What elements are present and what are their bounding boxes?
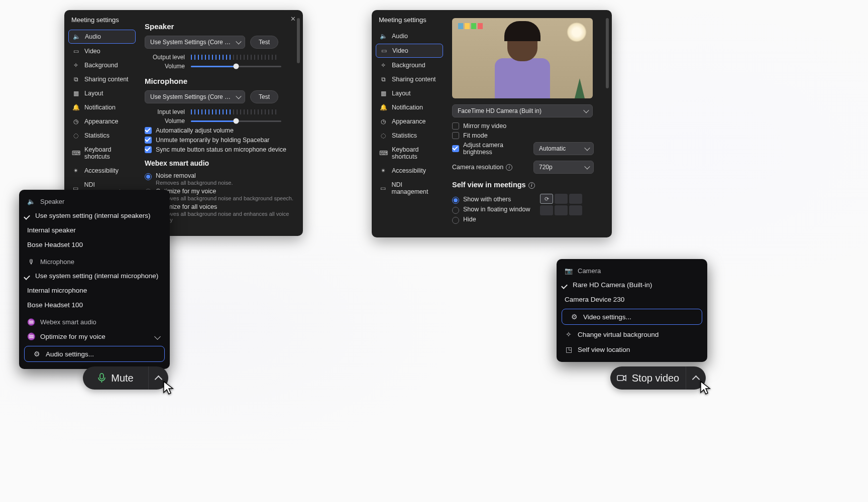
- layout-icon: ▦: [380, 90, 387, 97]
- gear-icon: ⚙: [570, 313, 578, 321]
- adjust-brightness-checkbox[interactable]: Adjust camera brightness: [452, 142, 528, 156]
- microphone-icon: 🎙: [27, 258, 35, 266]
- self-view-position-grid[interactable]: ⟳: [540, 194, 582, 215]
- brightness-mode-dropdown[interactable]: Automatic: [533, 142, 594, 155]
- mute-button[interactable]: Mute: [83, 366, 168, 390]
- camera-device-dropdown[interactable]: FaceTime HD Camera (Built in): [452, 104, 593, 117]
- speaker-option-internal[interactable]: Internal speaker: [19, 223, 170, 237]
- input-level-label: Input level: [145, 108, 185, 115]
- microphone-icon: [97, 373, 106, 383]
- sidebar-item-statistics[interactable]: ◌Statistics: [376, 129, 443, 142]
- voice-icon: ♒: [27, 332, 35, 340]
- video-settings-link[interactable]: ⚙Video settings...: [562, 309, 702, 325]
- stats-icon: ◌: [72, 132, 79, 139]
- microphone-heading: Microphone: [145, 77, 294, 85]
- pip-icon: ◳: [565, 345, 573, 353]
- sidebar-item-layout[interactable]: ▦Layout: [68, 87, 136, 100]
- unmute-spacebar-checkbox[interactable]: Unmute temporarily by holding Spacebar: [145, 137, 294, 144]
- smart-audio-icon: ♒: [27, 318, 35, 326]
- noise-removal-radio[interactable]: Noise removalRemoves all background nois…: [145, 172, 294, 186]
- sidebar-item-video[interactable]: ▭Video: [376, 44, 443, 58]
- sidebar-item-sharing[interactable]: ⧉Sharing content: [68, 73, 136, 86]
- sidebar-item-sharing[interactable]: ⧉Sharing content: [376, 73, 443, 86]
- sidebar-item-ndi[interactable]: ▭NDI management: [376, 178, 443, 198]
- camera-option-hd[interactable]: Rare HD Camera (Built-in): [557, 278, 707, 292]
- scrollbar[interactable]: [297, 18, 300, 228]
- accessibility-icon: ✴: [72, 167, 79, 174]
- test-mic-button[interactable]: Test: [250, 90, 278, 103]
- sidebar-item-notification[interactable]: 🔔Notification: [68, 101, 136, 114]
- mic-volume-label: Volume: [145, 117, 185, 124]
- sidebar-item-accessibility[interactable]: ✴Accessibility: [68, 164, 136, 177]
- sidebar-item-layout[interactable]: ▦Layout: [376, 87, 443, 100]
- auto-adjust-checkbox[interactable]: Automatically adjust volume: [145, 127, 294, 134]
- sidebar-item-notification[interactable]: 🔔Notification: [376, 101, 443, 114]
- cursor-icon: [700, 381, 712, 396]
- cursor-icon: [163, 381, 175, 396]
- sidebar-item-audio[interactable]: 🔈Audio: [376, 30, 443, 43]
- info-icon[interactable]: [506, 164, 512, 171]
- video-panel-sidebar: Meeting settings 🔈Audio ▭Video ✧Backgrou…: [372, 10, 447, 237]
- speaker-option-system[interactable]: Use system setting (internal speakers): [19, 208, 170, 223]
- sidebar-item-background[interactable]: ✧Background: [376, 59, 443, 72]
- smart-audio-section-header: ♒Webex smart audio: [19, 315, 170, 329]
- sidebar-item-statistics[interactable]: ◌Statistics: [68, 129, 136, 142]
- wand-icon: ✧: [380, 62, 387, 69]
- resolution-label: Camera resolution: [452, 164, 512, 171]
- speaker-device-dropdown[interactable]: Use System Settings (Core Processor…: [145, 36, 245, 49]
- sidebar-item-video[interactable]: ▭Video: [68, 45, 136, 58]
- speaker-heading: Speaker: [145, 22, 294, 31]
- svg-rect-1: [617, 375, 623, 381]
- output-level-meter: [191, 55, 276, 60]
- camera-icon: ▭: [380, 47, 387, 54]
- hide-radio[interactable]: Hide: [452, 216, 530, 224]
- gear-icon: ⚙: [33, 350, 41, 358]
- wand-icon: ✧: [565, 330, 573, 338]
- appearance-icon: ◷: [380, 118, 387, 125]
- mic-volume-slider[interactable]: [191, 120, 281, 122]
- resolution-dropdown[interactable]: 720p: [533, 161, 594, 174]
- scrollbar[interactable]: [606, 18, 609, 229]
- share-icon: ⧉: [72, 76, 79, 83]
- sidebar-item-keyboard[interactable]: ⌨Keyboard shortcuts: [376, 143, 443, 163]
- output-level-label: Output level: [145, 54, 185, 61]
- show-floating-radio[interactable]: Show in floating window: [452, 206, 530, 214]
- mirror-video-checkbox[interactable]: Mirror my video: [452, 122, 603, 130]
- show-with-others-radio[interactable]: Show with others: [452, 196, 530, 204]
- sidebar-item-background[interactable]: ✧Background: [68, 59, 136, 72]
- speaker-option-bose[interactable]: Bose Headset 100: [19, 237, 170, 252]
- camera-section-header: 📷Camera: [557, 264, 707, 278]
- chevron-down-icon: [155, 333, 162, 340]
- speaker-icon: 🔈: [380, 33, 387, 40]
- input-level-meter: [191, 109, 276, 114]
- sidebar-item-appearance[interactable]: ◷Appearance: [68, 115, 136, 128]
- sync-mute-checkbox[interactable]: Sync mute button status on microphone de…: [145, 146, 294, 153]
- mic-option-bose[interactable]: Bose Headset 100: [19, 298, 170, 312]
- sidebar-item-appearance[interactable]: ◷Appearance: [376, 115, 443, 128]
- sidebar-item-accessibility[interactable]: ✴Accessibility: [376, 164, 443, 177]
- speaker-icon: 🔈: [73, 33, 80, 40]
- mic-option-internal[interactable]: Internal microphone: [19, 283, 170, 298]
- camera-option-230[interactable]: Camera Device 230: [557, 292, 707, 307]
- keyboard-icon: ⌨: [72, 150, 79, 157]
- speaker-volume-slider[interactable]: [191, 66, 281, 67]
- accessibility-icon: ✴: [380, 167, 387, 174]
- test-speaker-button[interactable]: Test: [250, 36, 278, 49]
- fit-mode-checkbox[interactable]: Fit mode: [452, 132, 603, 139]
- keyboard-icon: ⌨: [380, 150, 387, 157]
- mic-option-system[interactable]: Use system setting (internal microphone): [19, 269, 170, 283]
- video-settings-panel: Meeting settings 🔈Audio ▭Video ✧Backgrou…: [372, 10, 612, 237]
- video-content: FaceTime HD Camera (Built in) Mirror my …: [447, 10, 612, 237]
- microphone-device-dropdown[interactable]: Use System Settings (Core Processor…: [145, 90, 245, 103]
- stop-video-button[interactable]: Stop video: [610, 366, 706, 390]
- audio-settings-link[interactable]: ⚙Audio settings...: [24, 346, 165, 362]
- camera-preview: [452, 18, 593, 98]
- smart-audio-option[interactable]: ♒Optimize for my voice: [19, 329, 170, 344]
- sidebar-item-audio[interactable]: 🔈Audio: [68, 30, 136, 44]
- change-background-link[interactable]: ✧Change virtual background: [557, 327, 707, 342]
- video-quick-menu: 📷Camera Rare HD Camera (Built-in) Camera…: [557, 259, 707, 362]
- sidebar-item-keyboard[interactable]: ⌨Keyboard shortcuts: [68, 143, 136, 163]
- share-icon: ⧉: [380, 76, 387, 83]
- info-icon[interactable]: [528, 182, 535, 189]
- self-view-location-link[interactable]: ◳Self view location: [557, 342, 707, 357]
